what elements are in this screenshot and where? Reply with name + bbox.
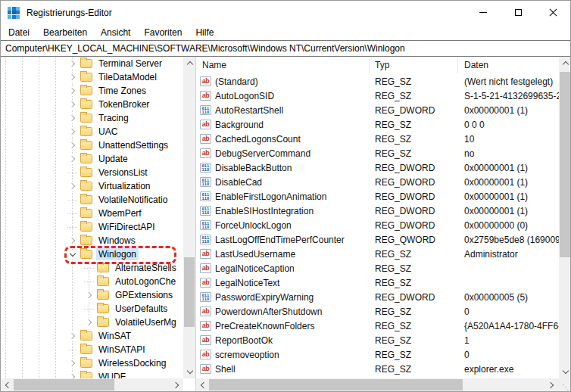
value-row[interactable]: 011110PasswordExpiryWarningREG_DWORD0x00… [196, 290, 559, 304]
tree-item[interactable]: UnattendSettings [1, 138, 183, 152]
tree-item[interactable]: WbemPerf [1, 207, 183, 220]
tree-vertical-scrollbar[interactable] [183, 57, 195, 378]
scroll-up-button[interactable] [183, 57, 196, 70]
minimize-button[interactable] [466, 1, 501, 24]
tree-expander-icon[interactable] [67, 100, 77, 110]
column-header-name[interactable]: Name [196, 57, 370, 73]
tree-item[interactable]: WinSATAPI [1, 343, 183, 356]
menu-favoriten[interactable]: Favoriten [137, 26, 189, 39]
column-header-daten[interactable]: Daten [458, 57, 558, 73]
value-row[interactable]: abscremoveoptionREG_SZ0 [196, 347, 559, 362]
title-bar[interactable]: Registrierungs-Editor [1, 1, 570, 24]
scroll-down-button[interactable] [183, 366, 196, 378]
value-name: scremoveoption [215, 350, 279, 360]
tree-item[interactable]: WiFiDirectAPI [1, 220, 183, 234]
resize-grip[interactable]: ⋱ [558, 378, 571, 391]
tree-expander-icon[interactable] [67, 359, 77, 369]
tree-item[interactable]: UAC [1, 125, 183, 138]
value-row[interactable]: 011110DisableCadREG_DWORD0x00000001 (1) [196, 175, 559, 189]
tree-expander-icon[interactable] [67, 154, 77, 164]
value-row[interactable]: abReportBootOkREG_SZ1 [196, 333, 559, 347]
list-vscroll-thumb[interactable] [560, 72, 570, 257]
tree-item[interactable]: AutoLogonChe [1, 275, 183, 288]
tree-expander-icon[interactable] [67, 86, 77, 96]
scroll-right-button[interactable] [170, 378, 183, 391]
tree-item[interactable]: TokenBroker [1, 98, 183, 111]
tree-expander-icon[interactable] [84, 318, 94, 328]
value-row[interactable]: 011110ForceUnlockLogonREG_DWORD0x0000000… [196, 218, 559, 232]
tree-item[interactable]: Terminal Server [1, 57, 183, 70]
tree-item[interactable]: WirelessDocking [1, 356, 183, 370]
tree-item[interactable]: AlternateShells [1, 261, 183, 275]
menu-bearbeiten[interactable]: Bearbeiten [36, 26, 94, 39]
value-row[interactable]: abShellREG_SZexplorer.exe [196, 362, 559, 376]
value-row[interactable]: abLastUsedUsernameREG_SZAdministrator [196, 247, 559, 261]
list-hscroll-thumb[interactable] [209, 379, 463, 390]
tree-item[interactable]: VersionsList [1, 166, 183, 179]
tree-expander-icon[interactable] [67, 127, 77, 137]
tree-expander-icon[interactable] [67, 250, 77, 260]
value-row[interactable]: abDebugServerCommandREG_SZno [196, 146, 559, 160]
value-row[interactable]: abLegalNoticeCaptionREG_SZ [196, 261, 559, 275]
list-vertical-scrollbar[interactable] [559, 57, 571, 378]
scroll-left-button[interactable] [1, 378, 14, 391]
scroll-down-button[interactable] [559, 366, 571, 378]
value-row[interactable]: abLegalNoticeTextREG_SZ [196, 275, 559, 290]
value-row[interactable]: abPreCreateKnownFoldersREG_SZ{A520A1A4-1… [196, 319, 559, 333]
tree-item[interactable]: GPExtensions [1, 288, 183, 302]
value-row[interactable]: ab(Standard)REG_SZ(Wert nicht festgelegt… [196, 74, 559, 89]
menu-datei[interactable]: Datei [2, 26, 36, 39]
value-row[interactable]: abCachedLogonsCountREG_SZ10 [196, 132, 559, 146]
value-row[interactable]: 011110DisableBackButtonREG_DWORD0x000000… [196, 160, 559, 175]
value-row[interactable]: abBackgroundREG_SZ0 0 0 [196, 117, 559, 132]
close-button[interactable] [535, 1, 570, 24]
tree-item[interactable]: Time Zones [1, 84, 183, 98]
menu-hilfe[interactable]: Hilfe [189, 26, 220, 39]
tree-expander-icon[interactable] [84, 291, 94, 300]
scroll-up-button[interactable] [559, 57, 571, 70]
tree-hscroll-thumb[interactable] [14, 379, 114, 390]
list-horizontal-scrollbar[interactable] [196, 378, 558, 391]
tree-item[interactable]: WUDF [1, 370, 183, 378]
value-data: 0x2759be5de8 (16900934 [458, 235, 559, 245]
tree-expander-icon[interactable] [67, 73, 77, 82]
scroll-left-button[interactable] [196, 378, 209, 391]
value-row[interactable]: 011110LastLogOffEndTimePerfCounterREG_QW… [196, 232, 559, 247]
string-value-icon: ab [200, 364, 211, 374]
tree-item[interactable]: VolatileNotificatio [1, 193, 183, 207]
tree-expander-icon[interactable] [67, 331, 77, 341]
value-row[interactable]: abAutoLogonSIDREG_SZS-1-5-21-4132699635-… [196, 89, 559, 103]
tree-item[interactable]: Virtualization [1, 179, 183, 193]
tree-item[interactable]: Tracing [1, 111, 183, 125]
column-header-typ[interactable]: Typ [370, 57, 458, 73]
menu-bar: Datei Bearbeiten Ansicht Favoriten Hilfe [1, 24, 570, 40]
maximize-button[interactable] [501, 1, 535, 24]
chevron-right-icon [68, 129, 74, 135]
value-row[interactable]: 011110EnableFirstLogonAnimationREG_DWORD… [196, 189, 559, 204]
tree-horizontal-scrollbar[interactable] [1, 378, 183, 391]
folder-icon [80, 141, 92, 150]
chevron-right-icon [173, 381, 179, 387]
tree-expander-icon[interactable] [67, 141, 77, 151]
value-row[interactable]: 011110AutoRestartShellREG_DWORD0x0000000… [196, 103, 559, 117]
address-bar[interactable]: Computer\HKEY_LOCAL_MACHINE\SOFTWARE\Mic… [1, 40, 570, 57]
tree-expander-icon[interactable] [67, 182, 77, 191]
value-row[interactable]: abPowerdownAfterShutdownREG_SZ0 [196, 304, 559, 319]
tree-item[interactable]: Windows [1, 234, 183, 247]
tree-item[interactable]: TileDataModel [1, 70, 183, 84]
tree-item[interactable]: WinSAT [1, 329, 183, 343]
tree-vscroll-thumb[interactable] [184, 257, 195, 327]
tree-item[interactable]: VolatileUserMg [1, 316, 183, 329]
tree-expander-icon[interactable] [67, 114, 77, 123]
tree-item[interactable]: Winlogon [1, 247, 183, 261]
value-row[interactable]: 011110EnableSIHostIntegrationREG_DWORD0x… [196, 204, 559, 218]
tree-expander-icon[interactable] [67, 59, 77, 69]
tree-item[interactable]: UserDefaults [1, 302, 183, 316]
menu-ansicht[interactable]: Ansicht [94, 26, 137, 39]
tree-expander-icon[interactable] [67, 372, 77, 379]
folder-icon [97, 263, 109, 272]
value-data: S-1-5-21-4132699635-22 [458, 91, 559, 101]
tree-expander-icon[interactable] [67, 236, 77, 246]
scroll-right-button[interactable] [545, 378, 558, 391]
tree-item[interactable]: Update [1, 152, 183, 166]
